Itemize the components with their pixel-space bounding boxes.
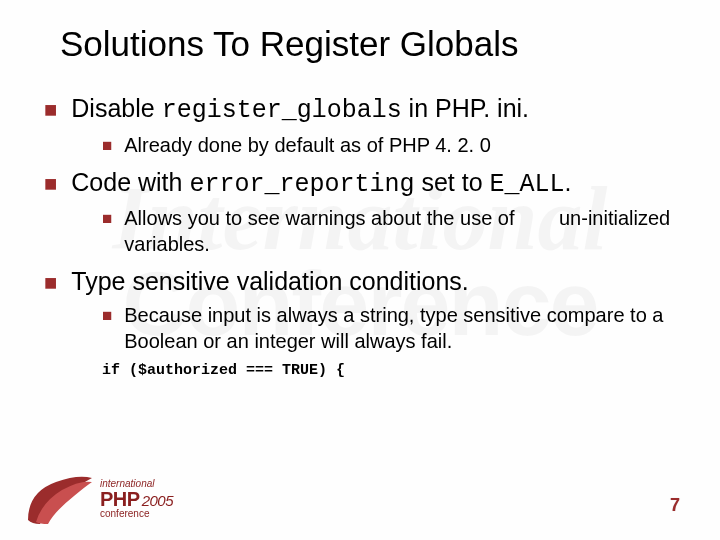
sub-item-text: Already done by default as of PHP 4. 2. … (124, 132, 491, 158)
square-bullet-icon: ■ (102, 305, 112, 327)
square-bullet-icon: ■ (44, 269, 57, 298)
list-item: ■ Disable register_globals in PHP. ini. … (44, 92, 684, 158)
item-text: Code with error_reporting set to E_ALL. (71, 166, 571, 202)
list-item: ■ Type sensitive validation conditions. … (44, 265, 684, 379)
sub-item-text: Allows you to see warnings about the use… (124, 205, 684, 257)
list-sub-item: ■ Allows you to see warnings about the u… (102, 205, 684, 257)
square-bullet-icon: ■ (44, 170, 57, 199)
sub-item-text: Because input is always a string, type s… (124, 302, 684, 354)
square-bullet-icon: ■ (102, 208, 112, 230)
list-sub-item: ■ Because input is always a string, type… (102, 302, 684, 354)
bullet-list: ■ Disable register_globals in PHP. ini. … (36, 92, 684, 379)
page-number: 7 (670, 495, 680, 516)
slide-content: Solutions To Register Globals ■ Disable … (0, 0, 720, 379)
square-bullet-icon: ■ (44, 96, 57, 125)
conference-logo: international PHP2005 conference (26, 472, 173, 526)
slide-title: Solutions To Register Globals (60, 24, 684, 64)
item-text: Disable register_globals in PHP. ini. (71, 92, 529, 128)
square-bullet-icon: ■ (102, 135, 112, 157)
item-text: Type sensitive validation conditions. (71, 265, 468, 298)
logo-text: international PHP2005 conference (100, 479, 173, 519)
code-example: if ($authorized === TRUE) { (44, 362, 684, 379)
list-item: ■ Code with error_reporting set to E_ALL… (44, 166, 684, 258)
footer: international PHP2005 conference 7 (0, 460, 720, 540)
swoosh-icon (26, 472, 94, 526)
list-sub-item: ■ Already done by default as of PHP 4. 2… (102, 132, 684, 158)
